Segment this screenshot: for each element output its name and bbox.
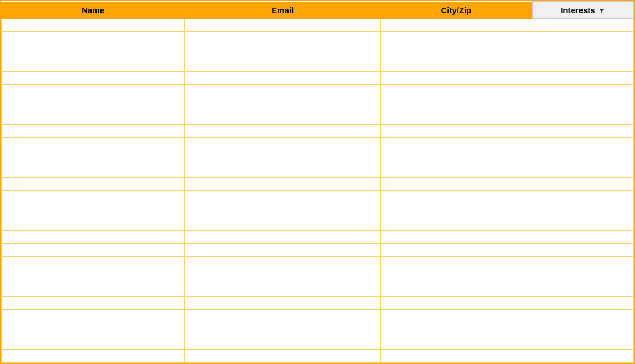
- table-cell: [185, 98, 381, 111]
- table-cell: [381, 178, 532, 191]
- table-cell: [381, 283, 532, 296]
- table-row[interactable]: [2, 336, 634, 349]
- table-row[interactable]: [2, 32, 634, 45]
- table-cell: [381, 323, 532, 336]
- table-cell: [532, 98, 633, 111]
- table-cell: [381, 349, 532, 362]
- table-row[interactable]: [2, 217, 634, 231]
- table-cell: [381, 45, 532, 58]
- table-row[interactable]: [2, 164, 634, 178]
- table-cell: [185, 85, 381, 98]
- table-cell: [532, 164, 633, 178]
- table-row[interactable]: [2, 270, 634, 283]
- table-row[interactable]: [2, 349, 634, 362]
- table-cell: [2, 138, 185, 151]
- table-cell: [532, 336, 633, 349]
- table-cell: [2, 45, 185, 58]
- table-cell: [185, 309, 381, 323]
- table-cell: [2, 98, 185, 111]
- table-row[interactable]: [2, 256, 634, 270]
- table-row[interactable]: [2, 243, 634, 256]
- table-cell: [532, 85, 633, 98]
- table-cell: [381, 191, 532, 204]
- table-cell: [532, 45, 633, 58]
- table-cell: [185, 151, 381, 164]
- table-cell: [2, 349, 185, 362]
- table-cell: [2, 217, 185, 231]
- table-cell: [381, 164, 532, 178]
- table-cell: [532, 138, 633, 151]
- table-row[interactable]: [2, 151, 634, 164]
- table-cell: [185, 32, 381, 45]
- table-cell: [2, 125, 185, 138]
- table-row[interactable]: [2, 138, 634, 151]
- table-cell: [185, 45, 381, 58]
- table-row[interactable]: [2, 178, 634, 191]
- table-cell: [532, 151, 633, 164]
- table-cell: [185, 19, 381, 32]
- table-cell: [532, 231, 633, 244]
- table-cell: [2, 58, 185, 72]
- table-cell: [381, 296, 532, 309]
- table-cell: [381, 138, 532, 151]
- table-cell: [381, 204, 532, 217]
- table-cell: [185, 178, 381, 191]
- table-cell: [532, 191, 633, 204]
- table-cell: [2, 178, 185, 191]
- table-cell: [532, 217, 633, 231]
- table-cell: [381, 111, 532, 125]
- table-cell: [185, 256, 381, 270]
- column-header-name: Name: [2, 2, 185, 19]
- data-table: Name Email City/Zip Interests ▼: [0, 0, 635, 364]
- table-cell: [532, 323, 633, 336]
- table-cell: [2, 111, 185, 125]
- table-cell: [185, 243, 381, 256]
- table-row[interactable]: [2, 72, 634, 85]
- table-row[interactable]: [2, 45, 634, 58]
- table-cell: [381, 32, 532, 45]
- table-cell: [2, 191, 185, 204]
- table-cell: [185, 217, 381, 231]
- table-cell: [532, 32, 633, 45]
- table-row[interactable]: [2, 231, 634, 244]
- interests-dropdown-arrow[interactable]: ▼: [599, 7, 605, 14]
- table-cell: [185, 58, 381, 72]
- table-cell: [2, 336, 185, 349]
- table-cell: [381, 336, 532, 349]
- table-row[interactable]: [2, 323, 634, 336]
- table-cell: [2, 164, 185, 178]
- table-cell: [2, 256, 185, 270]
- table-cell: [185, 349, 381, 362]
- table-cell: [185, 164, 381, 178]
- table-cell: [381, 256, 532, 270]
- column-header-interests[interactable]: Interests ▼: [532, 2, 633, 19]
- table-row[interactable]: [2, 191, 634, 204]
- table-cell: [532, 204, 633, 217]
- table-row[interactable]: [2, 309, 634, 323]
- table-cell: [532, 178, 633, 191]
- table-cell: [185, 138, 381, 151]
- table-row[interactable]: [2, 125, 634, 138]
- table-row[interactable]: [2, 296, 634, 309]
- table-cell: [2, 323, 185, 336]
- table-cell: [185, 270, 381, 283]
- table-row[interactable]: [2, 98, 634, 111]
- table-cell: [381, 151, 532, 164]
- table-cell: [185, 323, 381, 336]
- table-cell: [532, 72, 633, 85]
- table-row[interactable]: [2, 19, 634, 32]
- table-cell: [2, 204, 185, 217]
- table-row[interactable]: [2, 58, 634, 72]
- table-cell: [381, 19, 532, 32]
- table-cell: [532, 243, 633, 256]
- table-row[interactable]: [2, 283, 634, 296]
- table-row[interactable]: [2, 204, 634, 217]
- table-cell: [381, 270, 532, 283]
- table-cell: [185, 204, 381, 217]
- table-cell: [185, 283, 381, 296]
- table-cell: [381, 58, 532, 72]
- table-cell: [185, 111, 381, 125]
- table-cell: [532, 309, 633, 323]
- table-row[interactable]: [2, 111, 634, 125]
- table-row[interactable]: [2, 85, 634, 98]
